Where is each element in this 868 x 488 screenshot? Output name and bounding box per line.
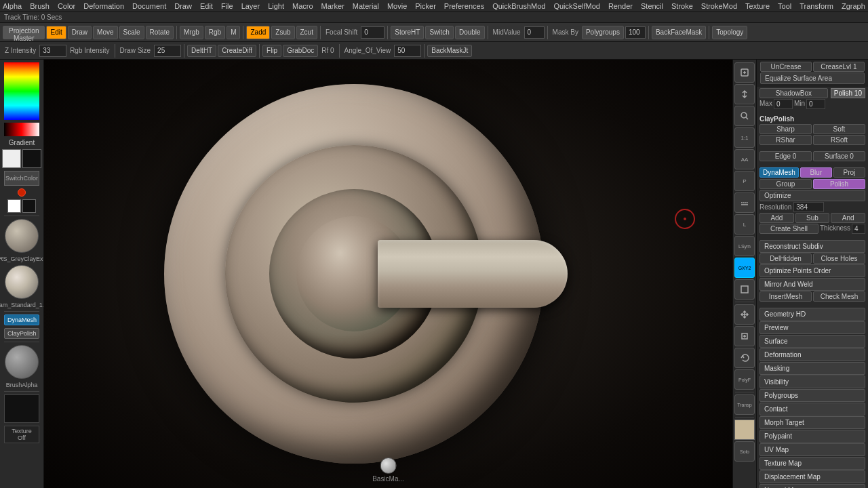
soft-btn[interactable]: Soft [813, 124, 865, 134]
menu-draw[interactable]: Draw [174, 2, 192, 10]
rsoft-btn[interactable]: RSoft [813, 135, 865, 145]
zoom-btn[interactable] [734, 106, 755, 126]
swatch-fg[interactable] [7, 199, 21, 213]
normal-map-btn[interactable]: Normal Map [760, 484, 865, 488]
menu-color[interactable]: Color [58, 2, 75, 10]
and-btn[interactable]: And [831, 213, 865, 223]
optimize-pts-btn[interactable]: Optimize Points Order [760, 264, 865, 277]
claypolish-btn[interactable]: ClayPolish [4, 328, 39, 339]
dynamesh-btn[interactable]: DynaMesh [4, 314, 39, 325]
scroll-btn[interactable] [734, 84, 755, 104]
del-hidden-btn[interactable]: DelHidden [760, 253, 812, 264]
projection-master-btn[interactable]: ProjectionMaster [3, 26, 45, 39]
menu-stroke[interactable]: Stroke [671, 2, 693, 10]
swatch-black[interactable] [22, 149, 41, 168]
surface-btn[interactable]: Surface [760, 335, 865, 348]
edit-btn[interactable]: Edit [46, 26, 66, 39]
menu-marker[interactable]: Marker [321, 2, 344, 10]
morph-target-btn[interactable]: Morph Target [760, 416, 865, 429]
optimize-btn[interactable]: Optimize [760, 190, 865, 201]
menu-alpha[interactable]: Alpha [3, 2, 22, 10]
create-shell-btn[interactable]: Create Shell [760, 224, 818, 234]
crease-lvl-btn[interactable]: CreaseLvl 1 [813, 62, 865, 72]
polygroups-val[interactable] [625, 26, 646, 39]
menu-macro[interactable]: Macro [292, 2, 313, 10]
menu-transform[interactable]: Transform [800, 2, 833, 10]
aahalf-btn[interactable]: AA [734, 149, 755, 169]
menu-stencil[interactable]: Stencil [641, 2, 663, 10]
spix-btn[interactable] [734, 62, 755, 83]
foreground-color-dot[interactable] [18, 188, 26, 197]
material-sphere-gray[interactable] [5, 219, 39, 253]
actual-btn[interactable]: 1:1 [734, 127, 755, 148]
menu-quickbrushmod[interactable]: QuickBrushMod [492, 2, 545, 10]
polygroups-mask-btn[interactable]: Polygroups [582, 26, 624, 39]
preview-btn[interactable]: Preview [760, 321, 865, 334]
z-intensity-input[interactable] [39, 45, 66, 57]
basemesh-sphere[interactable] [380, 458, 397, 474]
deht-btn[interactable]: DeltHT [187, 45, 216, 57]
zadd-btn[interactable]: Zadd [246, 26, 270, 39]
proj-btn[interactable]: Proj [833, 167, 865, 178]
check-mesh-btn[interactable]: Check Mesh [813, 291, 865, 302]
persp-btn[interactable]: P [734, 171, 755, 191]
add-btn[interactable]: Add [760, 213, 794, 223]
local-btn[interactable]: L [734, 214, 755, 235]
shadowbox-btn[interactable]: ShadowBox [760, 88, 828, 98]
move-btn[interactable]: Move [93, 26, 117, 39]
masking-btn[interactable]: Masking [760, 362, 865, 375]
menu-tool[interactable]: Tool [778, 2, 791, 10]
draw-size-input[interactable] [154, 45, 181, 57]
menu-preferences[interactable]: Preferences [444, 2, 484, 10]
draw-btn[interactable]: Draw [68, 26, 92, 39]
menu-edit[interactable]: Edit [200, 2, 213, 10]
thickness-input[interactable] [852, 224, 865, 234]
menu-light[interactable]: Light [268, 2, 284, 10]
menu-texture[interactable]: Texture [745, 2, 770, 10]
menu-material[interactable]: Material [353, 2, 379, 10]
floor-btn[interactable] [734, 192, 755, 213]
reconstruct-btn[interactable]: Reconstruct Subdiv [760, 240, 865, 253]
menu-picker[interactable]: Picker [415, 2, 436, 10]
close-holes-btn[interactable]: Close Holes [813, 253, 865, 264]
texture-preview[interactable] [4, 394, 39, 423]
dynamesh-main-btn[interactable]: DynaMesh [760, 167, 799, 178]
menu-document[interactable]: Document [132, 2, 166, 10]
3d-canvas[interactable]: BasicMa... [44, 60, 732, 488]
rgb-btn[interactable]: Rgb [205, 26, 225, 39]
frame-btn[interactable] [734, 279, 755, 300]
menu-zgraph[interactable]: Zgraph [842, 2, 865, 10]
scale-btn[interactable]: Scale [119, 26, 144, 39]
menu-layer[interactable]: Layer [241, 2, 260, 10]
max-input[interactable] [774, 99, 793, 109]
sharp-btn[interactable]: Sharp [760, 124, 812, 134]
backmask-btn[interactable]: BackMaskJt [427, 45, 472, 57]
sub-btn[interactable]: Sub [795, 213, 830, 223]
color-ramp[interactable] [4, 62, 39, 120]
swatch-white[interactable] [2, 149, 21, 168]
solo-btn[interactable]: Solo [734, 441, 755, 462]
rshar-btn[interactable]: RShar [760, 135, 812, 145]
color-preview-rt[interactable] [734, 420, 755, 440]
menu-file[interactable]: File [221, 2, 233, 10]
swatch-bg[interactable] [22, 199, 36, 213]
visibility-btn[interactable]: Visibility [760, 375, 865, 388]
flip-btn[interactable]: Flip [262, 45, 281, 57]
polish-dyna-btn[interactable]: Polish [813, 179, 865, 189]
switch-color-btn[interactable]: SwitchColor [4, 171, 39, 186]
backface-mask-btn[interactable]: BackFaceMask [652, 26, 706, 39]
mrgb-btn[interactable]: Mrgb [180, 26, 203, 39]
min-input[interactable] [806, 99, 825, 109]
rotate-btn[interactable]: Rotate [146, 26, 174, 39]
viewport[interactable]: BasicMa... [44, 60, 732, 488]
uncrease-btn[interactable]: UnCrease [760, 62, 812, 72]
polyf-btn[interactable]: PolyF [734, 369, 755, 390]
scale-rt-btn[interactable] [734, 326, 755, 346]
topology-btn[interactable]: Topology [712, 26, 747, 39]
m-btn[interactable]: M [226, 26, 240, 39]
insert-mesh-btn[interactable]: InsertMesh [760, 291, 812, 302]
switch-btn[interactable]: Switch [425, 26, 453, 39]
zsub-btn[interactable]: Zsub [271, 26, 294, 39]
gxyz-btn[interactable]: GXY2 [734, 258, 755, 278]
texture-map-btn[interactable]: Texture Map [760, 457, 865, 470]
